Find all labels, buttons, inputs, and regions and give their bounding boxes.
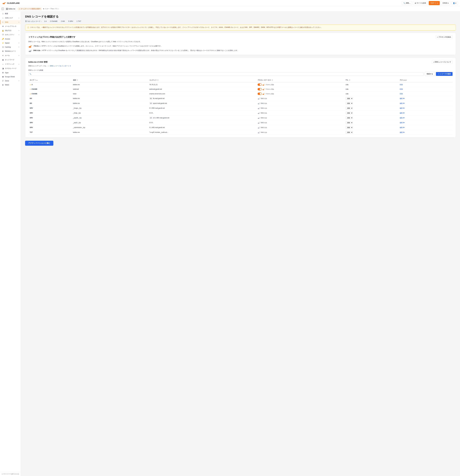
th-content: コンテンツ ⓘ (148, 78, 256, 82)
record-content: 10spool.mail.gandi.net (148, 101, 256, 106)
ttl-select[interactable]: 自動 (346, 102, 397, 105)
sidebar-item-overview[interactable]: □ 概要 (0, 11, 21, 16)
edit-button[interactable]: 編集 ▶ (400, 97, 451, 100)
sidebar-item-workers[interactable]: ⚙ Workers ルート (0, 49, 21, 53)
edit-button[interactable]: 編集 ▶ (400, 102, 451, 104)
ttl-dropdown[interactable]: 自動 (346, 97, 353, 100)
sidebar-item-traffic[interactable]: ↔ トラフィック ▾ (0, 62, 21, 66)
sidebar-item-web3[interactable]: ◈ Web3 (0, 83, 21, 87)
cloud-gray-icon (258, 107, 260, 109)
edit-button[interactable]: 編集 ▶ (400, 107, 451, 109)
sidebar-item-caching[interactable]: ◷ Caching ▾ (0, 45, 21, 49)
edit-button[interactable]: 編集 ▶ (400, 112, 451, 114)
search-btn-label: 検索する (427, 73, 433, 75)
sidebar-item-dns[interactable]: ≡ DNS ▾ (0, 20, 21, 24)
user-menu-button[interactable]: 👤 ▾ (451, 1, 458, 5)
ttl-select[interactable]: 自動 (346, 121, 397, 124)
domain-label: kekke.me (9, 8, 15, 10)
edit-button[interactable]: 編集 ▶ (400, 131, 451, 134)
domain-tab[interactable]: 🔲 kekke.me (5, 7, 16, 10)
edit-button[interactable]: 編集 ▶ (400, 127, 451, 129)
warning-circle-icon: ⚠ (19, 8, 20, 10)
proxy-status-label: DNS のみ (261, 117, 267, 119)
support-button[interactable]: サポート ▾ (429, 1, 440, 5)
cloudflare-logo[interactable]: CLOUDFLARE (2, 2, 20, 4)
chevron-down-icon: ▾ (448, 2, 449, 4)
proxy-cloud-gray-icon (28, 50, 32, 52)
proxy-status-off: DNS のみ (258, 102, 343, 104)
ttl-dropdown[interactable]: 自動 (346, 121, 353, 124)
ttl-dropdown[interactable]: 自動 (346, 112, 353, 114)
th-type: タイプ ⓘ ▲ (28, 78, 72, 82)
ttl-select[interactable]: 自動 (346, 126, 397, 129)
dns-about-button[interactable]: □ DNS レコードについて (432, 60, 452, 64)
record-name: kekke.me (72, 130, 148, 135)
ttl-select[interactable]: 自動 (346, 131, 397, 134)
search-button[interactable]: 検索する (425, 72, 435, 76)
edit-button[interactable]: 編集 ▶ (400, 122, 451, 124)
proxy-status-off: DNS のみ (258, 107, 343, 109)
sidebar-item-security[interactable]: 🛡 セキュリティ ▾ (0, 33, 21, 37)
dns-import-button[interactable]: DNS レコードをインポート ▾ (50, 65, 71, 67)
speed-icon: ⚡ (2, 42, 4, 44)
proxy-status-off: DNS のみ (258, 127, 343, 128)
add-site-label: サイトを追加 (417, 2, 426, 4)
add-record-button[interactable]: ＋ レコードの追加 (436, 72, 452, 76)
sidebar-item-speed[interactable]: ⚡ Speed ▾ (0, 41, 21, 45)
proxy-toggle-on[interactable] (258, 93, 262, 95)
ttl-dropdown[interactable]: 自動 (346, 102, 353, 105)
proxy-toggle-on[interactable] (258, 84, 262, 86)
edit-button[interactable]: 編集 ▶ (400, 117, 451, 119)
record-content: 50fb.mail.gandi.net (148, 96, 256, 101)
ttl-dropdown[interactable]: 自動 (346, 107, 353, 110)
sidebar-item-access[interactable]: 🔑 Access (0, 37, 21, 41)
ttl-select[interactable]: 自動 (346, 107, 397, 110)
table-row: MXkekke.me50fb.mail.gandi.net DNS のみ 自動編… (28, 96, 452, 101)
record-content: 76.76.21.21 (148, 82, 256, 87)
sidebar-item-ssl[interactable]: 🔒 SSL/TLS ▾ (0, 28, 21, 33)
proxy-toggle-on[interactable] (258, 88, 262, 90)
ttl-dropdown[interactable]: 自動 (346, 117, 353, 119)
back-button[interactable]: ← (1, 8, 4, 10)
dns-records-table: タイプ ⓘ ▲ 名前 ⓘ コンテンツ ⓘ プロキシ ステータス ⓘ TTL ⓘ … (28, 78, 452, 135)
ttl-dropdown[interactable]: 自動 (346, 126, 353, 129)
delete-button[interactable]: 削除 (400, 84, 403, 85)
record-proxy-status: DNS のみ (256, 120, 344, 125)
sidebar-collapse-button[interactable]: ◁ サイドバーを折りたたむ (0, 472, 21, 476)
search-input[interactable] (28, 72, 424, 76)
cloud-orange-icon (262, 84, 265, 85)
table-row: ⚠ CNAMEwebmailwebmail.gandi.net プロキシ済み 自… (28, 87, 452, 92)
ttl-select[interactable]: 自動 (346, 97, 397, 100)
ttl-select[interactable]: 自動 (346, 117, 397, 119)
proxy-how-button[interactable]: □ プロキシの仕組み (436, 35, 452, 39)
email-icon: ✉ (2, 25, 4, 27)
sidebar-item-email[interactable]: ✉ メール アドレス (0, 24, 21, 28)
svg-point-4 (263, 89, 264, 90)
ttl-select[interactable]: 自動 (346, 112, 397, 114)
sidebar-item-apps[interactable]: ⊞ Apps (0, 71, 21, 75)
th-name: 名前 ⓘ (72, 78, 148, 82)
nameserver-badge[interactable]: ⚠ ネームサーバーの更新を保留中 (17, 8, 42, 10)
record-type: ⚠ CNAME (28, 87, 72, 92)
record-type: SRV (28, 106, 72, 111)
language-button[interactable]: 日本語 ▾ (441, 1, 450, 5)
sidebar-item-zaraz[interactable]: Z Zaraz ▾ (0, 79, 21, 83)
star-button[interactable]: ★ スター (43, 8, 50, 10)
move-button[interactable]: 🔍 移動... (402, 1, 412, 5)
sidebar-item-network[interactable]: ◉ ネットワーク (0, 58, 21, 62)
sidebar-item-custom-page[interactable]: ◨ カスタム ページ (0, 66, 21, 71)
delete-button[interactable]: 削除 (400, 93, 403, 95)
add-site-button[interactable]: ⊕ サイトを追加 (413, 1, 428, 5)
cloud-gray-icon (258, 127, 260, 128)
dns-mgmt-header: kekke.me の DNS 管理 □ DNS レコードについて (28, 60, 452, 64)
sidebar-item-analytics[interactable]: ○ 分析とログ ▾ (0, 16, 21, 20)
delete-button[interactable]: 削除 (400, 88, 403, 90)
sidebar-item-rules[interactable]: ≡ ルール ▾ (0, 53, 21, 58)
cloud-gray-icon (258, 122, 260, 124)
activation-button[interactable]: アクティベーションに進む (25, 141, 53, 146)
proxy-status-label: プロキシ済み (265, 84, 274, 86)
ttl-dropdown[interactable]: 自動 (346, 131, 353, 134)
sidebar-item-scrape-shield[interactable]: ◉ Scrape Shield (0, 75, 21, 79)
cloud-gray-icon (258, 117, 260, 119)
chevron-down-icon: ▾ (18, 80, 19, 81)
